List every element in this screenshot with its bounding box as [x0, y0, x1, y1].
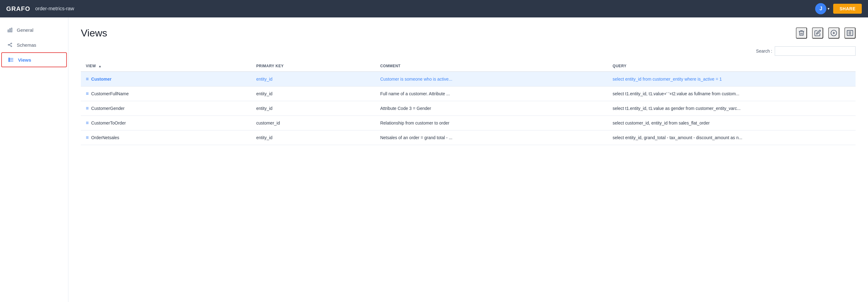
- cell-view: ≡ CustomerGender: [81, 101, 251, 116]
- svg-line-7: [9, 45, 11, 46]
- cell-primary-key: entity_id: [251, 101, 375, 116]
- sidebar-item-general-label: General: [17, 27, 33, 33]
- svg-point-3: [8, 45, 9, 46]
- cell-query: select entity_id from customer_entity wh…: [608, 72, 856, 87]
- cell-view: ≡ CustomerToOrder: [81, 116, 251, 131]
- svg-rect-1: [10, 29, 10, 32]
- cell-primary-key: entity_id: [251, 131, 375, 145]
- sidebar-item-views[interactable]: Views: [1, 52, 67, 67]
- user-menu[interactable]: J ▾: [815, 3, 830, 14]
- content-header: Views: [81, 27, 856, 39]
- logo: GRAFO: [6, 5, 30, 12]
- header-right: J ▾ SHARE: [815, 3, 862, 14]
- cell-primary-key: entity_id: [251, 87, 375, 101]
- cell-comment: Customer is someone who is active...: [375, 72, 608, 87]
- svg-rect-2: [11, 28, 12, 32]
- table-row[interactable]: ≡ OrderNetsales entity_id Netsales of an…: [81, 131, 856, 145]
- col-primary-key[interactable]: PRIMARY KEY: [251, 61, 375, 72]
- cell-comment: Relationship from customer to order: [375, 116, 608, 131]
- cell-primary-key: customer_id: [251, 116, 375, 131]
- cell-view: ≡ Customer: [81, 72, 251, 87]
- cell-view: ≡ CustomerFullName: [81, 87, 251, 101]
- table-row[interactable]: ≡ CustomerFullName entity_id Full name o…: [81, 87, 856, 101]
- row-list-icon: ≡: [86, 106, 89, 111]
- header-title: order-metrics-raw: [35, 6, 74, 11]
- table-row[interactable]: ≡ CustomerGender entity_id Attribute Cod…: [81, 101, 856, 116]
- col-query[interactable]: QUERY: [608, 61, 856, 72]
- cell-query: select t1.entity_id, t1.value+' '+t2.val…: [608, 87, 856, 101]
- col-comment[interactable]: COMMENT: [375, 61, 608, 72]
- add-button[interactable]: [828, 27, 839, 38]
- table-header: VIEW ▲ PRIMARY KEY COMMENT QUERY: [81, 61, 856, 72]
- content-area: Views: [68, 18, 868, 302]
- edit-button[interactable]: [812, 27, 823, 38]
- table-row[interactable]: ≡ Customer entity_id Customer is someone…: [81, 72, 856, 87]
- avatar-dropdown-arrow: ▾: [828, 6, 830, 11]
- row-list-icon: ≡: [86, 91, 89, 97]
- sort-arrow-icon: ▲: [98, 64, 102, 68]
- delete-button[interactable]: [796, 27, 807, 38]
- cell-query: select t1.entity_id, t1.value as gender …: [608, 101, 856, 116]
- sidebar-item-views-label: Views: [18, 57, 31, 62]
- cell-query: select customer_id, entity_id from sales…: [608, 116, 856, 131]
- svg-point-4: [11, 43, 12, 44]
- sidebar-item-schemas-label: Schemas: [17, 42, 36, 48]
- header-left: GRAFO order-metrics-raw: [6, 5, 74, 12]
- list-icon: [846, 30, 854, 36]
- views-table-wrapper: VIEW ▲ PRIMARY KEY COMMENT QUERY: [81, 61, 856, 145]
- views-table: VIEW ▲ PRIMARY KEY COMMENT QUERY: [81, 61, 856, 145]
- toolbar: [796, 27, 856, 38]
- list-button[interactable]: [844, 27, 856, 38]
- col-view[interactable]: VIEW ▲: [81, 61, 251, 72]
- cell-query: select entity_id, grand_total - tax_amou…: [608, 131, 856, 145]
- main-layout: General Schemas Views: [0, 18, 868, 302]
- table-body: ≡ Customer entity_id Customer is someone…: [81, 72, 856, 145]
- svg-point-5: [11, 46, 12, 47]
- search-row: Search :: [81, 46, 856, 56]
- svg-rect-0: [8, 30, 9, 32]
- svg-line-6: [9, 44, 11, 45]
- sidebar-item-schemas[interactable]: Schemas: [0, 37, 68, 52]
- cell-comment: Full name of a customer. Attribute ...: [375, 87, 608, 101]
- search-label: Search :: [756, 49, 772, 54]
- views-icon: [8, 57, 14, 63]
- share-button[interactable]: SHARE: [833, 4, 862, 14]
- row-list-icon: ≡: [86, 76, 89, 82]
- bar-chart-icon: [7, 27, 13, 33]
- cell-primary-key: entity_id: [251, 72, 375, 87]
- avatar[interactable]: J: [815, 3, 826, 14]
- table-row[interactable]: ≡ CustomerToOrder customer_id Relationsh…: [81, 116, 856, 131]
- row-list-icon: ≡: [86, 120, 89, 126]
- page-title: Views: [81, 27, 107, 39]
- app-header: GRAFO order-metrics-raw J ▾ SHARE: [0, 0, 868, 18]
- row-list-icon: ≡: [86, 135, 89, 140]
- sidebar-item-general[interactable]: General: [0, 22, 68, 37]
- cell-view: ≡ OrderNetsales: [81, 131, 251, 145]
- search-input[interactable]: [775, 46, 856, 56]
- add-icon: [830, 30, 837, 36]
- schemas-icon: [7, 42, 13, 48]
- delete-icon: [798, 30, 805, 36]
- edit-icon: [814, 30, 821, 36]
- cell-comment: Netsales of an order = grand total - ...: [375, 131, 608, 145]
- sidebar: General Schemas Views: [0, 18, 68, 302]
- cell-comment: Attribute Code 3 = Gender: [375, 101, 608, 116]
